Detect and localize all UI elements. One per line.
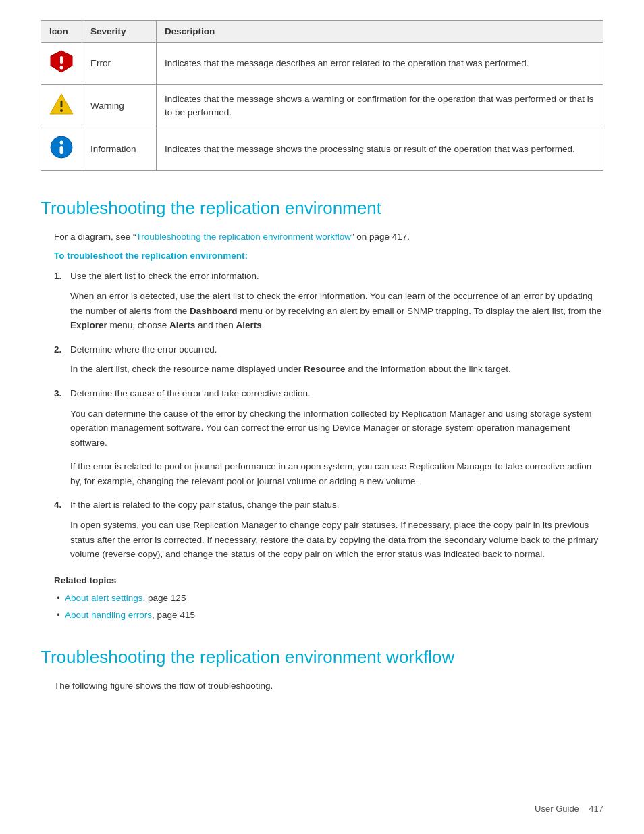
step-3-detail1: You can determine the cause of the error… — [70, 407, 603, 450]
subsection-heading: To troubleshoot the replication environm… — [54, 251, 603, 261]
workflow-link[interactable]: Troubleshooting the replication environm… — [136, 232, 351, 242]
svg-rect-1 — [60, 56, 63, 64]
footer-page: 417 — [589, 804, 603, 814]
error-severity: Error — [82, 43, 157, 85]
warning-description: Indicates that the message shows a warni… — [157, 85, 603, 128]
svg-point-5 — [60, 109, 63, 112]
error-icon-cell — [41, 43, 82, 85]
step-1: Use the alert list to check the error in… — [54, 269, 603, 332]
step-2: Determine where the error occurred. In t… — [54, 342, 603, 377]
svg-rect-4 — [61, 101, 63, 107]
related-link-2-suffix: , page 415 — [152, 610, 195, 620]
table-row: Information Indicates that the message s… — [41, 128, 603, 170]
svg-rect-8 — [60, 146, 63, 154]
warning-icon — [49, 92, 74, 116]
table-header-description: Description — [157, 21, 603, 43]
step-3-label: Determine the cause of the error and tak… — [70, 388, 311, 398]
page-footer: User Guide 417 — [535, 804, 603, 814]
table-header-severity: Severity — [82, 21, 157, 43]
section1-intro: For a diagram, see “Troubleshooting the … — [54, 230, 603, 244]
about-handling-errors-link[interactable]: About handling errors — [65, 610, 152, 620]
step-2-label: Determine where the error occurred. — [70, 344, 217, 355]
related-link-2: About handling errors, page 415 — [54, 608, 603, 623]
table-header-icon: Icon — [41, 21, 82, 43]
step-4-label: If the alert is related to the copy pair… — [70, 500, 339, 510]
related-link-1-suffix: , page 125 — [143, 593, 186, 603]
info-icon — [49, 135, 74, 159]
about-alert-settings-link[interactable]: About alert settings — [65, 593, 143, 603]
intro-text: For a diagram, see “ — [54, 232, 136, 242]
table-row: Warning Indicates that the message shows… — [41, 85, 603, 128]
warning-icon-cell — [41, 85, 82, 128]
footer-label: User Guide — [535, 804, 579, 814]
section2-intro: The following figure shows the flow of t… — [54, 679, 603, 694]
step-3: Determine the cause of the error and tak… — [54, 386, 603, 489]
table-row: Error Indicates that the message describ… — [41, 43, 603, 85]
step-4-detail: In open systems, you can use Replication… — [70, 518, 603, 562]
section1-heading: Troubleshooting the replication environm… — [41, 198, 603, 219]
severity-table: Icon Severity Description Error Indicate… — [41, 20, 603, 171]
steps-list: Use the alert list to check the error in… — [54, 269, 603, 562]
info-description: Indicates that the message shows the pro… — [157, 128, 603, 170]
step-2-detail: In the alert list, check the resource na… — [70, 362, 603, 377]
svg-point-7 — [60, 140, 63, 144]
error-description: Indicates that the message describes an … — [157, 43, 603, 85]
svg-point-2 — [60, 66, 63, 70]
related-topics-list: About alert settings, page 125 About han… — [54, 591, 603, 623]
step-4: If the alert is related to the copy pair… — [54, 498, 603, 561]
section2-heading: Troubleshooting the replication environm… — [41, 647, 603, 668]
info-icon-cell — [41, 128, 82, 170]
related-link-1: About alert settings, page 125 — [54, 591, 603, 606]
intro-suffix: ” on page 417. — [351, 232, 410, 242]
warning-severity: Warning — [82, 85, 157, 128]
step-1-detail: When an error is detected, use the alert… — [70, 289, 603, 333]
section2: Troubleshooting the replication environm… — [41, 647, 603, 694]
info-severity: Information — [82, 128, 157, 170]
error-icon — [49, 49, 74, 74]
step-3-detail2: If the error is related to pool or journ… — [70, 459, 603, 488]
step-1-label: Use the alert list to check the error in… — [70, 271, 259, 281]
related-topics-heading: Related topics — [54, 575, 603, 585]
